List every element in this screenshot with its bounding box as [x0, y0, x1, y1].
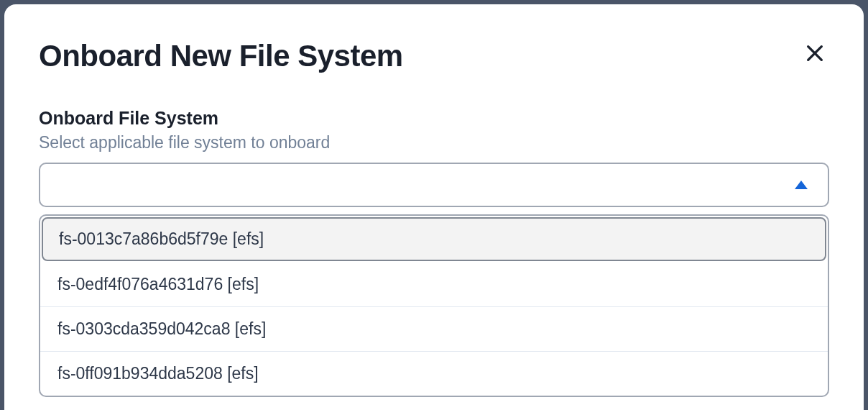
- file-system-field: Onboard File System Select applicable fi…: [39, 108, 829, 397]
- close-button[interactable]: [800, 39, 829, 68]
- modal-title: Onboard New File System: [39, 39, 403, 73]
- file-system-select[interactable]: [39, 163, 829, 207]
- field-label: Onboard File System: [39, 108, 829, 129]
- dropdown-option[interactable]: fs-0edf4f076a4631d76 [efs]: [40, 263, 828, 307]
- dropdown-option[interactable]: fs-0ff091b934dda5208 [efs]: [40, 352, 828, 396]
- close-icon: [803, 42, 826, 65]
- file-system-dropdown: fs-0013c7a86b6d5f79e [efs] fs-0edf4f076a…: [39, 214, 829, 397]
- caret-up-icon: [795, 181, 808, 189]
- onboard-modal: Onboard New File System Onboard File Sys…: [4, 4, 864, 410]
- dropdown-option[interactable]: fs-0013c7a86b6d5f79e [efs]: [42, 217, 826, 261]
- modal-header: Onboard New File System: [39, 39, 829, 73]
- dropdown-option[interactable]: fs-0303cda359d042ca8 [efs]: [40, 307, 828, 352]
- field-description: Select applicable file system to onboard: [39, 133, 829, 152]
